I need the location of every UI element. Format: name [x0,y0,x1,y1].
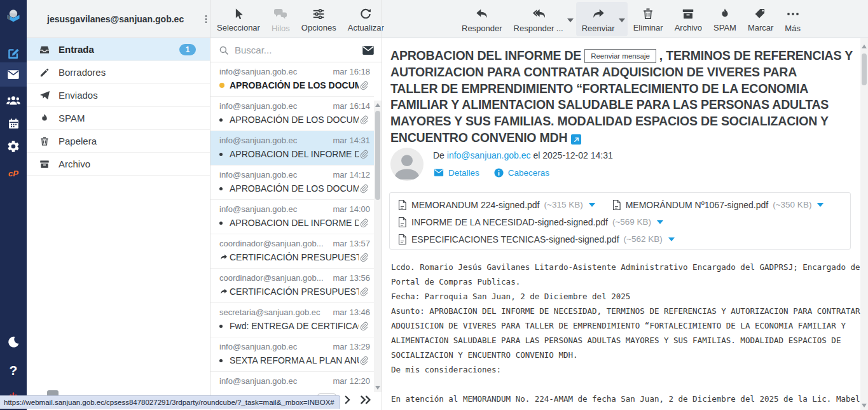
sender-email-link[interactable]: info@sanjuan.gob.ec [447,150,531,160]
paperclip-icon [359,252,370,262]
message-row[interactable]: info@sanjuan.gob.ecmar 13:29 SEXTA REFOR… [210,337,374,372]
message-subject: APROBACIÓN DE LOS DOCUMEN... [230,115,359,125]
read-dot-icon [219,118,230,122]
attachment-menu-caret-icon[interactable] [668,237,675,241]
more-button[interactable]: Más [779,2,806,36]
attachment-item[interactable]: ESPECIFICACIONES TECNICAS-signed-signed.… [397,234,675,245]
next-page-button[interactable] [341,393,353,407]
settings-nav-button[interactable] [0,136,27,157]
folder-enviados[interactable]: Enviados [27,84,210,107]
attachments-box: MEMORANDUM 224-signed.pdf (~315 KB) MEMO… [389,192,851,250]
message-sender: coordinador@sanjuan.gob... [219,239,324,248]
folder-borradores[interactable]: Borradores [27,61,210,84]
spam-button[interactable]: SPAM [708,2,742,36]
delete-button[interactable]: Eliminar [628,2,669,36]
message-row[interactable]: coordinador@sanjuan.gob...mar 13:56 CERT… [210,269,374,303]
message-body: Lcdo. Romario Jesús Gavilanes Litardo-As… [391,260,855,410]
scroll-down-icon[interactable] [862,404,867,407]
read-dot-icon [219,359,230,362]
attachment-menu-caret-icon[interactable] [657,220,663,224]
message-date: mar 14:12 [333,170,370,180]
folder-spam[interactable]: SPAM [27,107,210,130]
scroll-up-icon[interactable] [375,103,380,107]
scroll-down-icon[interactable] [375,386,380,390]
roundcube-logo-icon [0,5,27,27]
attachment-item[interactable]: INFORME DE LA NECESIDAD-signed-signed.pd… [397,216,663,228]
dark-mode-toggle[interactable] [0,331,27,353]
refresh-button[interactable]: Actualizar [342,2,390,36]
search-bar [210,38,382,62]
scroll-up-icon[interactable] [862,45,867,48]
threads-button[interactable]: Hilos [266,2,296,36]
options-button[interactable]: Opciones [296,2,342,36]
reply-all-caret-icon[interactable] [567,18,574,22]
message-subject: APROBACION DEL INFORME DE ... [230,218,359,228]
message-row-selected[interactable]: info@sanjuan.gob.ecmar 14:31 APROBACION … [210,131,374,166]
calendar-nav-button[interactable] [0,113,27,134]
cpanel-button[interactable]: cP [0,162,27,184]
message-date: mar 16:18 [333,67,370,76]
help-button[interactable]: ? [0,360,27,381]
message-row[interactable]: info@sanjuan.gob.ecmar 16:14 APROBACIÓN … [210,97,374,131]
details-link[interactable]: Detalles [433,167,479,178]
panel-divider [210,0,210,410]
archive-icon [38,158,51,171]
account-menu-button[interactable] [200,13,212,25]
paperclip-icon [359,149,370,159]
message-row[interactable]: secretaria@sanjuan.gob.ecmar 13:46 Fwd: … [210,303,374,337]
mark-button[interactable]: Marcar [742,2,779,36]
reply-all-button[interactable]: Responder ... [508,2,576,36]
message-sender: info@sanjuan.gob.ec [219,67,297,76]
message-subject: SEXTA REFORMA AL PLAN ANUA... [230,355,359,365]
last-page-button[interactable] [358,393,375,407]
select-button[interactable]: Seleccionar [211,2,266,36]
attachment-item[interactable]: MEMORÁNDUM Nº1067-signed.pdf (~350 KB) [612,199,824,211]
message-subject: APROBACIÓN DE LOS DOCUMEN... [230,80,359,90]
message-date: mar 16:14 [333,101,370,111]
forwarded-icon [219,287,230,296]
message-subject: CERTIFICACIÓN PRESUPUESTARI... [230,252,359,262]
message-row[interactable]: info@sanjuan.gob.ecmar 14:12 APROBACIÓN … [210,166,374,200]
scrollbar-thumb[interactable] [375,111,380,200]
top-toolbar: jesusgavilanes@sanjuan.gob.ec Selecciona… [27,0,868,38]
message-row[interactable]: coordinador@sanjuan.gob...mar 13:57 CERT… [210,234,374,269]
attachment-menu-caret-icon[interactable] [817,203,823,207]
reading-pane-scrollbar[interactable] [860,38,868,410]
message-subject-headline: APROBACION DEL INFORME DEReenviar mensaj… [390,48,846,146]
forward-button[interactable]: Reenviar [576,2,628,36]
folder-papelera[interactable]: Papelera [27,130,210,153]
reply-button[interactable]: Responder [456,2,508,36]
search-input[interactable] [235,45,361,55]
read-dot-icon [219,325,230,328]
list-toolbar: Seleccionar Hilos Opciones Actualizar [211,0,390,38]
message-toolbar: Responder Responder ... Reenviar Elimina… [456,0,806,38]
chat-bubbles-icon [273,6,288,22]
headers-link[interactable]: Cabeceras [493,167,549,178]
paperclip-icon [359,355,370,365]
attachment-menu-caret-icon[interactable] [589,203,595,207]
paper-plane-icon [38,89,51,102]
list-scrollbar[interactable] [374,101,382,392]
archive-button[interactable]: Archivo [669,2,708,36]
search-scope-envelope-icon[interactable] [361,43,375,57]
message-row[interactable]: info@sanjuan.gob.ecmar 16:18 APROBACIÓN … [210,62,374,97]
forward-caret-icon[interactable] [619,18,625,22]
status-url: https://webmail.sanjuan.gob.ec/cpsess847… [4,399,334,406]
mail-nav-button[interactable] [0,62,27,87]
folder-archivo[interactable]: Archivo [27,153,210,176]
forward-icon [591,6,606,22]
attachment-item[interactable]: MEMORANDUM 224-signed.pdf (~315 KB) [397,199,595,211]
message-row[interactable]: info@sanjuan.gob.ecmar 14:00 APROBACION … [210,200,374,234]
panel-divider [382,0,382,410]
compose-button[interactable] [0,43,27,64]
sliders-icon [312,7,326,21]
message-date: mar 14:00 [333,204,370,214]
open-in-new-window-icon[interactable] [571,134,581,145]
trash-icon [641,7,655,21]
contacts-nav-button[interactable] [0,90,27,111]
message-date: mar 14:31 [333,136,370,145]
scrollbar-thumb[interactable] [862,53,867,85]
cursor-icon [231,7,245,21]
folder-entrada[interactable]: Entrada 1 [27,38,210,61]
read-dot-icon [219,153,230,156]
